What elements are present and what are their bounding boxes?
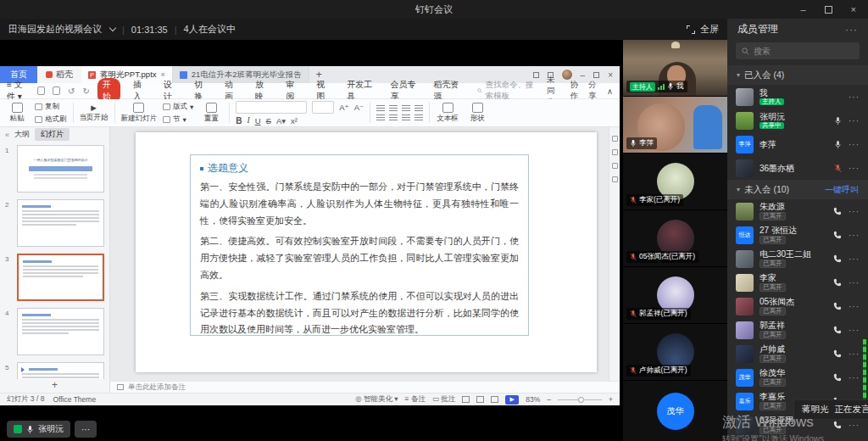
increase-font-icon[interactable]: A⁺ [339, 103, 348, 112]
notes-bar[interactable]: 单击此处添加备注 [110, 381, 620, 393]
zoom-slider-knob[interactable] [578, 397, 584, 403]
indent-increase-icon[interactable] [415, 105, 423, 112]
member-row[interactable]: 朱政源 已离开 ··· [727, 199, 868, 223]
more-icon[interactable]: ··· [849, 326, 860, 335]
phone-icon[interactable] [833, 373, 842, 382]
video-tile-guomengxiang[interactable]: 郭孟祥(已离开) [623, 267, 727, 324]
section-button[interactable]: 节 ▾ [163, 114, 193, 125]
video-tile-liping[interactable]: 李萍 [623, 97, 727, 154]
font-size-select[interactable] [312, 101, 334, 114]
more-icon[interactable]: ··· [849, 164, 860, 173]
phone-icon[interactable] [833, 254, 842, 263]
undo-icon[interactable]: ↺ [68, 87, 75, 96]
member-row[interactable]: 恒达 27 张恒达 已离开 ··· [727, 223, 868, 247]
comment-pane-icon[interactable] [612, 176, 618, 182]
member-row[interactable]: 我 主持人 ··· [727, 85, 868, 109]
collapse-ribbon-icon[interactable]: ∧ [607, 87, 613, 96]
layout-button[interactable]: 版式 ▾ [163, 102, 193, 112]
video-tile-lushuaiwei[interactable]: 卢帅威(已离开) [623, 324, 727, 381]
member-row[interactable]: 李家 已离开 ··· [727, 271, 868, 294]
close-icon[interactable]: × [851, 5, 856, 14]
member-row[interactable]: 电二30王二姐 已离开 ··· [727, 247, 868, 271]
slide-thumb-1[interactable]: 1 一种人脸识别实验室门禁系统的设计 [5, 145, 104, 193]
beautify-button[interactable]: ◎ 智能美化 ▾ [355, 394, 398, 405]
play-from-current-button[interactable]: ▶ 当页开始 [80, 103, 108, 123]
more-icon[interactable]: ··· [849, 207, 860, 216]
split-view-icon[interactable] [533, 72, 539, 78]
more-icon[interactable]: ··· [849, 140, 860, 149]
sorter-view-icon[interactable] [476, 396, 484, 403]
more-icon[interactable]: ··· [849, 116, 860, 126]
save-icon[interactable] [37, 87, 45, 95]
member-search[interactable] [736, 42, 860, 59]
more-icon[interactable]: ··· [849, 349, 860, 359]
line-spacing-icon[interactable] [415, 114, 423, 121]
more-icon[interactable]: ··· [849, 302, 860, 311]
mic-icon[interactable] [834, 116, 842, 126]
member-row[interactable]: 李萍 李萍 ··· [727, 132, 868, 156]
phone-icon[interactable] [833, 231, 842, 239]
shape-button[interactable]: 形状 [465, 103, 489, 124]
bold-button[interactable]: B [236, 116, 242, 126]
search-input[interactable] [754, 47, 854, 56]
align-right-icon[interactable] [402, 114, 410, 121]
phone-icon[interactable] [833, 302, 842, 310]
phone-icon[interactable] [833, 349, 842, 358]
phone-icon[interactable] [833, 278, 842, 287]
slideshow-play-button[interactable]: ▶ [505, 395, 519, 405]
reset-button[interactable]: 重置 [199, 103, 223, 124]
collapse-panel-icon[interactable]: « [5, 131, 9, 139]
mic-icon[interactable] [834, 140, 842, 149]
zoom-level[interactable]: 83% [526, 395, 540, 404]
current-slide[interactable]: 选题意义 第一、安全性强。门禁系统是安防中的一部分，对于门禁管理系统中，门禁终端… [136, 132, 597, 372]
not-joined-section-header[interactable]: ▾ 未入会 (10) 一键呼叫 [727, 180, 868, 199]
decrease-font-icon[interactable]: A⁻ [354, 103, 364, 112]
superscript-button[interactable]: x² [291, 116, 298, 126]
video-tile-xumaohua[interactable]: 茂华 [623, 381, 727, 441]
slide-textbox[interactable]: 选题意义 第一、安全性强。门禁系统是安防中的一部分，对于门禁管理系统中，门禁终端… [190, 154, 529, 336]
more-icon[interactable]: ··· [849, 231, 860, 240]
minimize-icon[interactable]: – [800, 5, 805, 14]
member-row[interactable]: 茂华 徐茂华 已离开 ··· [727, 366, 868, 389]
outline-tab[interactable]: 大纲 [14, 129, 30, 140]
format-painter-button[interactable]: 格式刷 [35, 114, 67, 125]
align-center-icon[interactable] [389, 114, 398, 121]
new-slide-button[interactable]: 新建幻灯片 [121, 103, 158, 124]
animation-pane-icon[interactable] [612, 149, 618, 155]
number-list-icon[interactable] [389, 105, 398, 112]
more-icon[interactable]: ··· [849, 278, 860, 287]
slide-thumb-2[interactable]: 2 [5, 199, 104, 247]
video-tile-lijia[interactable]: 李家(已离开) [623, 154, 727, 210]
strike-button[interactable]: S [266, 116, 271, 126]
member-row[interactable]: 36墨亦栖 ··· [727, 156, 868, 180]
slide-thumb-4[interactable]: 4 [5, 308, 104, 355]
member-row[interactable]: 05张闻杰 已离开 ··· [727, 294, 868, 318]
more-icon[interactable]: ··· [849, 92, 860, 102]
slide-thumb-3-selected[interactable]: 3 [5, 254, 104, 301]
print-icon[interactable] [53, 87, 60, 95]
member-row[interactable]: 卢帅威 已离开 ··· [727, 342, 868, 366]
maximize-icon[interactable] [825, 6, 832, 14]
align-left-icon[interactable] [376, 114, 385, 121]
chevron-down-icon[interactable] [109, 25, 116, 31]
properties-icon[interactable] [612, 136, 618, 142]
add-slide-button[interactable]: + [0, 379, 109, 393]
panel-more-button[interactable]: ··· [845, 24, 858, 36]
zoom-in-button[interactable]: + [609, 395, 613, 404]
video-tile-zhangwenjie[interactable]: 05张闻杰(已离开) [623, 210, 727, 267]
notes-toggle[interactable]: ≡ 备注 [405, 394, 426, 405]
phone-icon[interactable] [833, 421, 842, 429]
phone-icon[interactable] [833, 326, 842, 334]
wps-docer-tab[interactable]: 稻壳 [37, 66, 81, 83]
video-tile-me[interactable]: 主持人 我 [623, 40, 727, 97]
slides-tab[interactable]: 幻灯片 [35, 128, 70, 141]
more-icon[interactable]: ··· [849, 254, 860, 264]
meeting-title[interactable]: 田海园发起的视频会议 [8, 23, 102, 36]
mic-muted-icon[interactable] [834, 164, 842, 173]
normal-view-icon[interactable] [462, 396, 470, 403]
font-color-button[interactable]: A▾ [276, 116, 286, 126]
more-icon[interactable]: ··· [849, 373, 860, 382]
indent-decrease-icon[interactable] [402, 105, 410, 112]
design-pane-icon[interactable] [612, 163, 618, 169]
slide-canvas[interactable]: 选题意义 第一、安全性强。门禁系统是安防中的一部分，对于门禁管理系统中，门禁终端… [110, 127, 609, 381]
